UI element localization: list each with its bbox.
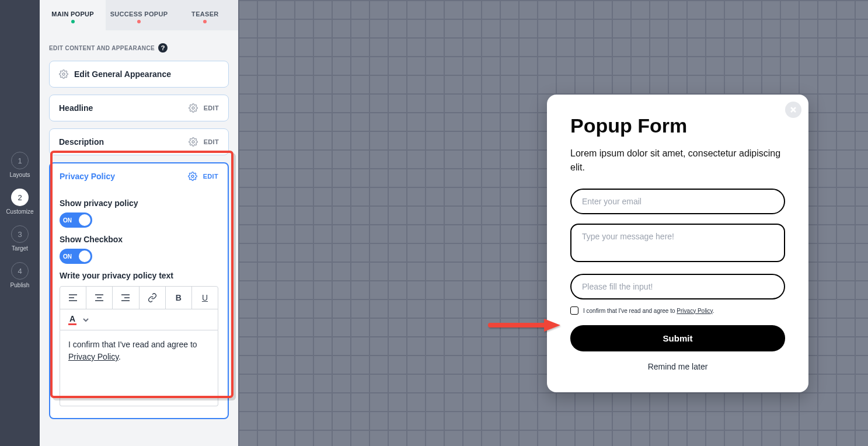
nav-step-customize[interactable]: 2 Customize xyxy=(6,189,33,215)
nav-step-label: Layouts xyxy=(9,172,30,178)
toggle-state: ON xyxy=(63,253,72,260)
align-left-button[interactable] xyxy=(60,287,86,309)
tab-main-popup[interactable]: MAIN POPUP xyxy=(40,0,106,30)
nav-step-number: 1 xyxy=(11,152,29,169)
card-title: Edit General Appearance xyxy=(74,69,219,79)
card-privacy-policy: Privacy Policy EDIT Show privacy policy … xyxy=(49,162,229,419)
privacy-link[interactable]: Privacy Policy xyxy=(677,308,713,314)
tab-teaser[interactable]: TEASER xyxy=(172,0,238,30)
submit-button[interactable]: Submit xyxy=(570,325,785,351)
tab-label: SUCCESS POPUP xyxy=(110,11,168,18)
status-dot-icon xyxy=(203,20,207,23)
privacy-text-editor[interactable]: I confirm that I've read and agree to Pr… xyxy=(60,330,218,406)
svg-point-1 xyxy=(192,107,194,109)
email-input[interactable] xyxy=(570,189,785,214)
status-dot-icon xyxy=(137,20,141,23)
privacy-consent-row: I confirm that I've read and agree to Pr… xyxy=(570,306,785,315)
card-body: Show privacy policy ON Show Checkbox ON … xyxy=(50,189,228,418)
bold-button[interactable]: B xyxy=(166,287,192,309)
edit-label: EDIT xyxy=(204,104,219,112)
section-heading: EDIT CONTENT AND APPEARANCE ? xyxy=(49,43,229,53)
underline-button[interactable]: U xyxy=(192,287,218,309)
card-title: Headline xyxy=(59,103,183,113)
toggle-show-checkbox[interactable]: ON xyxy=(60,249,92,264)
chevron-down-icon[interactable] xyxy=(82,316,89,323)
toggle-show-privacy[interactable]: ON xyxy=(60,212,92,228)
card-header[interactable]: Privacy Policy EDIT xyxy=(50,163,228,189)
section-heading-text: EDIT CONTENT AND APPEARANCE xyxy=(49,45,155,51)
wizard-nav-rail: 1 Layouts 2 Customize 3 Target 4 Publish xyxy=(0,0,40,446)
popup-tab-row: MAIN POPUP SUCCESS POPUP TEASER xyxy=(40,0,238,30)
editor-text-prefix: I confirm that I've read and agree to xyxy=(68,340,197,349)
editor-side-panel: MAIN POPUP SUCCESS POPUP TEASER EDIT CON… xyxy=(40,0,238,446)
edit-label: EDIT xyxy=(204,138,219,145)
message-textarea[interactable] xyxy=(570,224,785,262)
editor-text-link: Privacy Policy xyxy=(68,352,118,361)
nav-step-layouts[interactable]: 1 Layouts xyxy=(9,152,30,178)
nav-step-number: 4 xyxy=(11,262,29,280)
tab-label: TEASER xyxy=(191,11,218,18)
popup-description: Lorem ipsum dolor sit amet, consectetur … xyxy=(570,147,785,175)
nav-step-label: Customize xyxy=(6,208,33,215)
gear-icon xyxy=(189,103,198,113)
nav-step-publish[interactable]: 4 Publish xyxy=(11,262,30,288)
svg-point-0 xyxy=(62,73,65,75)
tab-label: MAIN POPUP xyxy=(51,11,94,18)
gear-icon xyxy=(59,69,68,79)
nav-step-label: Publish xyxy=(11,282,30,288)
nav-step-label: Target xyxy=(12,245,28,252)
card-description[interactable]: Description EDIT xyxy=(49,128,229,155)
popup-preview-window[interactable]: Popup Form Lorem ipsum dolor sit amet, c… xyxy=(547,95,808,392)
close-button[interactable] xyxy=(785,102,801,118)
option-label-show-checkbox: Show Checkbox xyxy=(60,235,218,244)
editor-scroll-area[interactable]: EDIT CONTENT AND APPEARANCE ? Edit Gener… xyxy=(40,30,238,446)
option-label-show-privacy: Show privacy policy xyxy=(60,198,218,208)
card-headline[interactable]: Headline EDIT xyxy=(49,95,229,121)
text-color-button[interactable]: A xyxy=(68,314,76,325)
remind-later-link[interactable]: Remind me later xyxy=(570,362,785,371)
svg-point-3 xyxy=(191,175,194,177)
align-center-button[interactable] xyxy=(86,287,113,309)
toggle-state: ON xyxy=(63,217,72,224)
card-title: Description xyxy=(59,137,183,147)
tab-success-popup[interactable]: SUCCESS POPUP xyxy=(106,0,172,30)
rich-text-toolbar: B U A xyxy=(60,286,218,330)
popup-preview-canvas: Popup Form Lorem ipsum dolor sit amet, c… xyxy=(238,0,868,446)
option-label-editor: Write your privacy policy text xyxy=(60,271,218,280)
align-right-button[interactable] xyxy=(113,287,139,309)
popup-title: Popup Form xyxy=(570,114,785,137)
edit-label: EDIT xyxy=(203,173,218,180)
help-icon[interactable]: ? xyxy=(158,43,168,53)
gear-icon xyxy=(188,172,197,181)
privacy-prefix: I confirm that I've read and agree to xyxy=(583,308,677,314)
privacy-suffix: . xyxy=(713,308,714,314)
gear-icon xyxy=(189,137,198,147)
card-general-appearance[interactable]: Edit General Appearance xyxy=(49,61,229,88)
editor-text-suffix: . xyxy=(118,352,121,361)
privacy-checkbox[interactable] xyxy=(570,306,578,315)
nav-step-number: 2 xyxy=(11,189,29,206)
card-title: Privacy Policy xyxy=(60,172,182,181)
status-dot-icon xyxy=(71,20,75,23)
privacy-consent-text: I confirm that I've read and agree to Pr… xyxy=(583,308,714,314)
nav-step-target[interactable]: 3 Target xyxy=(11,225,29,252)
svg-point-2 xyxy=(192,141,194,143)
generic-input[interactable] xyxy=(570,274,785,299)
toggle-knob-icon xyxy=(79,250,90,262)
toggle-knob-icon xyxy=(79,214,90,226)
link-button[interactable] xyxy=(140,287,166,309)
nav-step-number: 3 xyxy=(11,225,29,243)
